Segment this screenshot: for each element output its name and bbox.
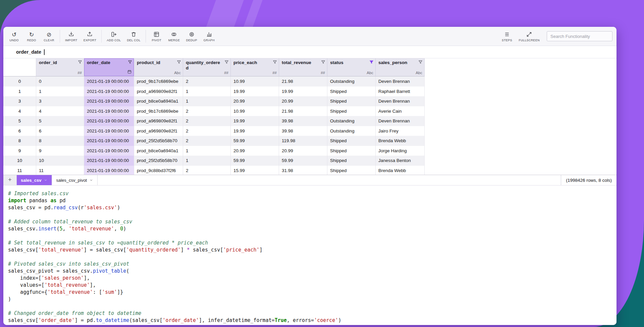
table-cell[interactable]: 10 xyxy=(36,156,84,166)
column-header-product_id[interactable]: product_idAbc xyxy=(134,58,183,76)
toolbar-button-del-col[interactable]: DEL COL xyxy=(124,27,143,46)
sheet-tab-sales_csv_pivot[interactable]: sales_csv_pivot xyxy=(52,175,98,185)
table-cell[interactable]: 119.98 xyxy=(279,136,327,146)
filter-icon[interactable] xyxy=(321,60,326,65)
table-cell[interactable]: 2 xyxy=(183,136,231,146)
filter-icon[interactable] xyxy=(224,60,229,65)
table-cell[interactable]: 8 xyxy=(36,136,84,146)
table-cell[interactable]: 39.98 xyxy=(279,126,327,136)
table-cell[interactable]: 2021-01-19 00:00:00 xyxy=(84,136,134,146)
table-cell[interactable]: 2021-01-19 00:00:00 xyxy=(84,146,134,156)
table-cell[interactable]: 5 xyxy=(36,116,84,126)
add-sheet-button[interactable] xyxy=(3,175,17,185)
table-cell[interactable]: 2 xyxy=(183,76,231,87)
table-cell[interactable]: 1 xyxy=(36,87,84,97)
table-cell[interactable]: 19.99 xyxy=(231,126,279,136)
table-cell[interactable]: 1 xyxy=(183,87,231,97)
table-cell[interactable]: prod_9b17c6869ebe xyxy=(134,106,183,116)
toolbar-button-pivot[interactable]: PIVOT xyxy=(148,27,165,46)
table-cell[interactable]: prod_a969809e82f1 xyxy=(134,126,183,136)
table-cell[interactable]: Averie Cain xyxy=(376,106,425,116)
table-cell[interactable]: 11 xyxy=(36,166,84,175)
column-header-status[interactable]: statusAbc xyxy=(327,58,376,76)
table-cell[interactable]: 1 xyxy=(183,156,231,166)
sheet-tab-sales_csv[interactable]: sales_csv xyxy=(17,175,52,185)
table-cell[interactable]: 2021-01-19 00:00:00 xyxy=(84,116,134,126)
filter-icon[interactable] xyxy=(369,60,374,65)
table-cell[interactable]: 10.99 xyxy=(231,106,279,116)
table-cell[interactable]: Shipped xyxy=(327,96,376,106)
toolbar-button-fullscreen[interactable]: FULLSCREEN xyxy=(516,27,543,46)
toolbar-button-graph[interactable]: GRAPH xyxy=(200,27,218,46)
filter-icon[interactable] xyxy=(176,60,181,65)
row-index[interactable]: 10 xyxy=(3,156,36,166)
table-cell[interactable]: 2021-01-19 00:00:00 xyxy=(84,76,134,87)
table-cell[interactable]: 1 xyxy=(183,96,231,106)
table-cell[interactable]: Outstanding xyxy=(327,116,376,126)
table-cell[interactable]: 2 xyxy=(183,126,231,136)
row-index[interactable]: 1 xyxy=(3,87,36,97)
table-cell[interactable]: prod_25f2d5b58b70 xyxy=(134,156,183,166)
table-cell[interactable]: 59.99 xyxy=(279,156,327,166)
column-header-sales_person[interactable]: sales_personAbc xyxy=(376,58,425,76)
table-cell[interactable]: 21.98 xyxy=(279,106,327,116)
table-cell[interactable]: Shipped xyxy=(327,87,376,97)
toolbar-button-import[interactable]: IMPORT xyxy=(62,27,80,46)
table-cell[interactable]: 2021-01-19 00:00:00 xyxy=(84,166,134,175)
table-cell[interactable]: Outstanding xyxy=(327,126,376,136)
toolbar-button-redo[interactable]: ↻REDO xyxy=(23,27,40,46)
table-cell[interactable]: Shipped xyxy=(327,106,376,116)
table-cell[interactable]: 20.99 xyxy=(279,146,327,156)
table-cell[interactable]: prod_a969809e82f1 xyxy=(134,116,183,126)
table-cell[interactable]: 2021-01-19 00:00:00 xyxy=(84,96,134,106)
filter-icon[interactable] xyxy=(418,60,423,65)
search-input[interactable] xyxy=(547,31,612,41)
table-cell[interactable]: prod_a969809e82f1 xyxy=(134,87,183,97)
table-cell[interactable]: 31.98 xyxy=(279,166,327,175)
toolbar-button-add-col[interactable]: ADD COL xyxy=(104,27,124,46)
toolbar-button-dedup[interactable]: DEDUP xyxy=(183,27,200,46)
toolbar-button-clear[interactable]: ⊘CLEAR xyxy=(40,27,58,46)
table-cell[interactable]: prod_25f2d5b58b70 xyxy=(134,136,183,146)
table-cell[interactable]: 0 xyxy=(36,76,84,87)
code-panel[interactable]: # Imported sales.csvimport pandas as pds… xyxy=(3,185,616,325)
table-cell[interactable]: 2021-01-19 00:00:00 xyxy=(84,106,134,116)
table-cell[interactable]: 2 xyxy=(183,166,231,175)
row-index[interactable]: 8 xyxy=(3,136,36,146)
table-cell[interactable]: 1 xyxy=(183,146,231,156)
table-cell[interactable]: prod_b8ce0a6940a1 xyxy=(134,146,183,156)
filter-icon[interactable] xyxy=(77,60,83,65)
table-cell[interactable]: prod_b8ce0a6940a1 xyxy=(134,96,183,106)
table-cell[interactable]: Brenda Webb xyxy=(376,166,425,175)
table-cell[interactable]: 2021-01-19 00:00:00 xyxy=(84,156,134,166)
column-header-order_date[interactable]: order_date xyxy=(84,58,134,76)
table-cell[interactable]: 2 xyxy=(183,106,231,116)
table-cell[interactable]: 59.99 xyxy=(231,136,279,146)
column-header-order_id[interactable]: order_id## xyxy=(36,58,84,76)
table-cell[interactable]: Deven Brennan xyxy=(376,96,425,106)
column-header-total_revenue[interactable]: total_revenue## xyxy=(279,58,327,76)
formula-bar[interactable]: order_date xyxy=(3,46,616,58)
table-cell[interactable]: Shipped xyxy=(327,136,376,146)
table-cell[interactable]: 10.99 xyxy=(231,76,279,87)
table-cell[interactable]: Shipped xyxy=(327,166,376,175)
table-cell[interactable]: 6 xyxy=(36,126,84,136)
row-index[interactable]: 4 xyxy=(3,106,36,116)
row-index[interactable]: 0 xyxy=(3,76,36,87)
table-cell[interactable]: 59.99 xyxy=(231,156,279,166)
row-index[interactable]: 3 xyxy=(3,96,36,106)
toolbar-button-export[interactable]: EXPORT xyxy=(80,27,100,46)
table-cell[interactable]: 19.99 xyxy=(231,116,279,126)
row-index[interactable]: 11 xyxy=(3,166,36,175)
table-cell[interactable]: 20.99 xyxy=(231,146,279,156)
table-cell[interactable]: 20.99 xyxy=(279,96,327,106)
table-cell[interactable]: 39.98 xyxy=(279,116,327,126)
table-cell[interactable]: Raphael Barrett xyxy=(376,87,425,97)
column-header-quantity_ordered[interactable]: quantity_ordered## xyxy=(183,58,231,76)
table-cell[interactable]: 15.99 xyxy=(231,166,279,175)
toolbar-button-steps[interactable]: STEPS xyxy=(498,27,516,46)
row-index[interactable]: 9 xyxy=(3,146,36,156)
table-cell[interactable]: 2 xyxy=(183,116,231,126)
table-cell[interactable]: 21.98 xyxy=(279,76,327,87)
toolbar-button-undo[interactable]: ↺UNDO xyxy=(5,27,23,46)
